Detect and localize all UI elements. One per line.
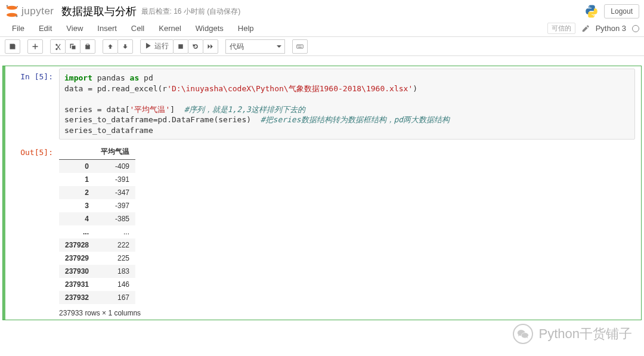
menu-edit[interactable]: Edit	[32, 21, 59, 35]
menu-cell[interactable]: Cell	[124, 21, 151, 35]
arrow-down-icon	[122, 43, 129, 50]
celltype-select[interactable]: 代码	[225, 39, 285, 54]
scissors-icon	[54, 43, 61, 50]
copy-button[interactable]	[65, 39, 80, 54]
restart-button[interactable]	[188, 39, 203, 54]
run-button[interactable]: ▶ 运行	[140, 39, 174, 54]
copy-icon	[69, 43, 76, 50]
svg-rect-8	[299, 45, 301, 46]
input-prompt: In [5]:	[5, 69, 59, 140]
plus-icon	[32, 43, 39, 50]
table-row: 1-391	[59, 173, 135, 186]
move-down-button[interactable]	[117, 39, 133, 54]
svg-rect-10	[298, 47, 302, 47]
menubar: File Edit View Insert Cell Kernel Widget…	[0, 20, 644, 37]
table-row: 237931146	[59, 278, 135, 291]
svg-point-1	[7, 13, 17, 17]
input-area: In [5]: import pandas as pd data = pd.re…	[5, 69, 641, 140]
table-corner	[59, 144, 95, 160]
dataframe-shape: 237933 rows × 1 columns	[59, 309, 141, 317]
table-row: 237930183	[59, 265, 135, 278]
table-row: 237932167	[59, 291, 135, 304]
toolbar: ▶ 运行 代码	[0, 37, 644, 56]
menu-file[interactable]: File	[5, 21, 32, 35]
save-button[interactable]	[5, 39, 20, 54]
menu-insert[interactable]: Insert	[90, 21, 124, 35]
command-palette-button[interactable]	[292, 39, 308, 54]
save-icon	[9, 43, 16, 50]
kernel-status-icon	[632, 25, 639, 32]
notebook-title[interactable]: 数据提取与分析	[61, 4, 137, 18]
fast-forward-icon	[207, 43, 214, 50]
table-row: 2-347	[59, 186, 135, 199]
code-editor[interactable]: import pandas as pd data = pd.read_excel…	[59, 69, 635, 140]
trusted-indicator[interactable]: 可信的	[547, 23, 575, 34]
menu-kernel[interactable]: Kernel	[151, 21, 188, 35]
arrow-up-icon	[107, 43, 114, 50]
pencil-icon[interactable]	[581, 24, 590, 33]
jupyter-icon	[5, 4, 19, 18]
add-cell-button[interactable]	[27, 39, 43, 54]
dataframe-table: 平均气温 0-409 1-391 2-347 3-397 4-385 .....…	[59, 144, 135, 304]
jupyter-text: jupyter	[21, 5, 54, 17]
table-row: 237928222	[59, 239, 135, 252]
jupyter-logo[interactable]: jupyter	[5, 4, 54, 18]
restart-icon	[192, 43, 199, 50]
svg-rect-9	[301, 45, 302, 46]
output-prompt: Out[5]:	[5, 144, 59, 317]
stop-icon	[177, 43, 184, 50]
move-up-button[interactable]	[103, 39, 118, 54]
svg-point-2	[7, 5, 8, 7]
python-logo-icon	[584, 4, 599, 19]
menu-view[interactable]: View	[59, 21, 90, 35]
menu-widgets[interactable]: Widgets	[188, 21, 231, 35]
table-row: 3-397	[59, 199, 135, 212]
paste-icon	[84, 43, 91, 50]
notebook-header: jupyter 数据提取与分析 最后检查: 16 小时前 (自动保存) Logo…	[0, 0, 644, 20]
table-row: 0-409	[59, 160, 135, 174]
restart-run-all-button[interactable]	[203, 39, 218, 54]
svg-rect-7	[298, 45, 299, 46]
svg-point-3	[16, 15, 17, 17]
svg-point-4	[17, 6, 18, 7]
keyboard-icon	[296, 43, 304, 50]
output-area: Out[5]: 平均气温 0-409 1-391 2-347	[5, 144, 641, 317]
kernel-name[interactable]: Python 3	[596, 24, 626, 33]
table-row: 4-385	[59, 212, 135, 225]
save-status: 最后检查: 16 小时前 (自动保存)	[141, 7, 241, 17]
code-cell-selected[interactable]: In [5]: import pandas as pd data = pd.re…	[2, 66, 642, 320]
paste-button[interactable]	[80, 39, 95, 54]
table-row: 237929225	[59, 252, 135, 265]
interrupt-button[interactable]	[173, 39, 188, 54]
table-row-ellipsis: ......	[59, 225, 135, 239]
notebook-container: In [5]: import pandas as pd data = pd.re…	[0, 56, 644, 332]
svg-point-0	[7, 6, 17, 10]
logout-button[interactable]: Logout	[604, 4, 639, 18]
celltype-dropdown[interactable]: 代码	[225, 39, 285, 54]
svg-rect-5	[178, 44, 183, 49]
menu-help[interactable]: Help	[231, 21, 261, 35]
svg-rect-6	[297, 45, 304, 48]
cut-button[interactable]	[50, 39, 66, 54]
column-header: 平均气温	[95, 144, 135, 160]
